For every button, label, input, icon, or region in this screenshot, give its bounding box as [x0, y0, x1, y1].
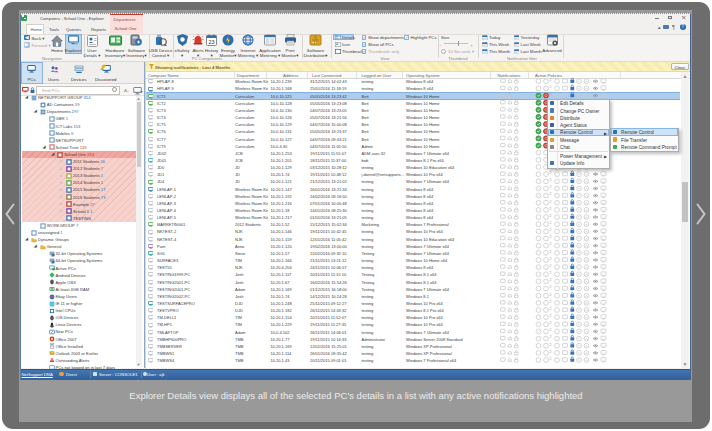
svg-text:23: 23	[208, 39, 214, 45]
